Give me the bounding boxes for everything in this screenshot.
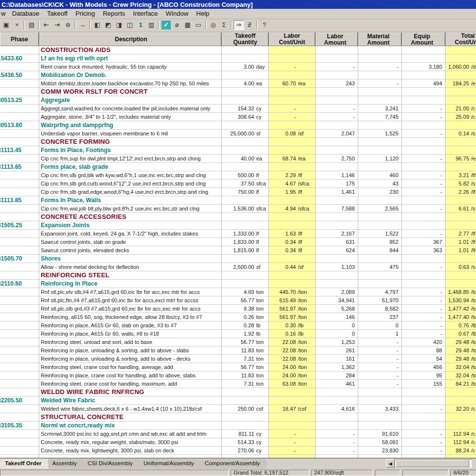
phase-cell[interactable] — [0, 205, 39, 213]
phase-cell[interactable] — [0, 355, 39, 363]
equip-amount-cell[interactable] — [402, 221, 446, 230]
labor-cost-unit-cell[interactable]: 24.00/ton — [269, 363, 316, 371]
phase-cell[interactable] — [0, 438, 39, 447]
total-cost-unit-cell[interactable]: 0.14/s — [446, 130, 476, 138]
material-amount-cell[interactable]: - — [358, 371, 402, 380]
takeoff-quantity-cell[interactable] — [222, 388, 269, 397]
material-amount-cell[interactable] — [358, 397, 402, 405]
phase-cell[interactable] — [0, 288, 39, 296]
takeoff-quantity-cell[interactable]: 2,500.00sf — [222, 263, 269, 271]
description-cell[interactable]: CONSTRUCTION AIDS — [39, 46, 222, 54]
phase-cell[interactable] — [0, 413, 39, 422]
labor-cost-unit-cell[interactable]: - — [269, 63, 316, 71]
labor-amount-cell[interactable] — [316, 271, 358, 280]
phase-cell[interactable] — [0, 271, 39, 280]
labor-cost-unit-cell[interactable]: - — [269, 438, 316, 447]
phase-cell[interactable] — [0, 113, 39, 121]
find-binoculars-icon[interactable]: ⊚ — [63, 20, 73, 30]
material-amount-cell[interactable]: - — [358, 63, 402, 71]
total-cost-unit-cell[interactable] — [446, 213, 476, 221]
material-amount-cell[interactable]: 844 — [358, 246, 402, 255]
labor-cost-unit-cell[interactable]: 18.47/csf — [269, 405, 316, 413]
phase-cell[interactable]: 31505.70 — [0, 255, 39, 263]
equip-amount-cell[interactable]: - — [402, 113, 446, 121]
description-cell[interactable]: Aggregt,sand,washed,for concrete,loaded … — [39, 105, 222, 113]
insert-column-icon[interactable]: ◫ — [125, 20, 135, 30]
takeoff-quantity-cell[interactable] — [222, 121, 269, 130]
takeoff-quantity-cell[interactable]: 40.00ea — [222, 155, 269, 163]
total-cost-unit-cell[interactable]: 5.82/s — [446, 180, 476, 188]
material-amount-cell[interactable]: 230 — [358, 188, 402, 196]
labor-cost-unit-cell[interactable]: 2.29/lf — [269, 171, 316, 180]
total-cost-unit-cell[interactable]: 0.76/lb — [446, 321, 476, 330]
description-cell[interactable]: Aggregate, stone, 3/4" to 1-1/2", includ… — [39, 113, 222, 121]
labor-cost-unit-cell[interactable]: - — [269, 113, 316, 121]
phase-cell[interactable] — [0, 46, 39, 54]
phase-cell[interactable]: 15436.50 — [0, 71, 39, 79]
description-cell[interactable]: Forms In Place, Walls — [39, 196, 222, 205]
labor-amount-cell[interactable]: 2,089 — [316, 288, 358, 296]
total-cost-unit-cell[interactable]: 1,530.94/to — [446, 296, 476, 305]
labor-cost-unit-cell[interactable]: 60.70/ea — [269, 79, 316, 88]
header-cell-description[interactable]: Description — [39, 32, 222, 46]
equip-amount-cell[interactable] — [402, 121, 446, 130]
labor-amount-cell[interactable] — [316, 388, 358, 397]
takeoff-quantity-cell[interactable]: 308.64cy — [222, 113, 269, 121]
labor-amount-cell[interactable]: 1,146 — [316, 171, 358, 180]
labor-amount-cell[interactable]: 0 — [316, 330, 358, 338]
total-cost-unit-cell[interactable]: 2.26/lf — [446, 188, 476, 196]
total-cost-unit-cell[interactable] — [446, 96, 476, 105]
copy-format-icon[interactable]: ▥ — [146, 20, 157, 30]
equip-amount-cell[interactable]: - — [402, 296, 446, 305]
description-cell[interactable]: Welded wire fabric,sheets,deck,6 x 6 - w… — [39, 405, 222, 413]
insert-cell-left-icon[interactable]: ◧ — [92, 20, 103, 30]
equip-amount-cell[interactable]: 456 — [402, 363, 446, 371]
material-amount-cell[interactable] — [358, 146, 402, 155]
labor-cost-unit-cell[interactable]: 4.94/sfca — [269, 205, 316, 213]
description-cell[interactable]: Lf an hs eqp rtl wth oprt — [39, 54, 222, 63]
labor-amount-cell[interactable]: 5,268 — [316, 305, 358, 313]
labor-cost-unit-cell[interactable] — [269, 46, 316, 54]
equip-amount-cell[interactable] — [402, 388, 446, 397]
takeoff-quantity-cell[interactable] — [222, 413, 269, 422]
total-cost-unit-cell[interactable]: 84.21/to — [446, 380, 476, 388]
labor-amount-cell[interactable]: 284 — [316, 371, 358, 380]
total-cost-unit-cell[interactable]: 3.21/lf — [446, 171, 476, 180]
equip-amount-cell[interactable]: - — [402, 321, 446, 330]
description-cell[interactable]: Reinforcing, a615 60, sog, thickened edg… — [39, 313, 222, 321]
takeoff-quantity-cell[interactable]: 250.00csf — [222, 405, 269, 413]
takeoff-quantity-cell[interactable]: 1,833.00lf — [222, 238, 269, 246]
menu-item-window[interactable]: Window — [162, 9, 192, 19]
total-cost-unit-cell[interactable] — [446, 163, 476, 171]
total-cost-unit-cell[interactable]: 1.01/lf — [446, 238, 476, 246]
description-cell[interactable]: CONCRETE FORMING — [39, 138, 222, 146]
outdent-icon[interactable]: ⇤ — [41, 20, 52, 30]
description-cell[interactable]: Cip cnc frm,slb grad,edge,wood,6"hg,4 us… — [39, 188, 222, 196]
menu-item-reports[interactable]: Reports — [99, 9, 129, 19]
description-cell[interactable]: Expansion Joints — [39, 221, 222, 230]
total-cost-unit-cell[interactable] — [446, 413, 476, 422]
total-cost-unit-cell[interactable] — [446, 397, 476, 405]
labor-amount-cell[interactable] — [316, 397, 358, 405]
material-amount-cell[interactable]: 4,797 — [358, 288, 402, 296]
labor-cost-unit-cell[interactable] — [269, 213, 316, 221]
total-cost-unit-cell[interactable]: 1,468.85/to — [446, 288, 476, 296]
total-cost-unit-cell[interactable] — [446, 271, 476, 280]
labor-amount-cell[interactable]: 1,362 — [316, 363, 358, 371]
takeoff-quantity-cell[interactable] — [222, 213, 269, 221]
takeoff-quantity-cell[interactable] — [222, 96, 269, 105]
takeoff-quantity-cell[interactable]: 500.00lf — [222, 171, 269, 180]
takeoff-quantity-cell[interactable]: 3.00day — [222, 63, 269, 71]
phase-cell[interactable] — [0, 63, 39, 71]
equip-amount-cell[interactable] — [402, 213, 446, 221]
equip-amount-cell[interactable] — [402, 96, 446, 105]
labor-amount-cell[interactable] — [316, 280, 358, 288]
material-amount-cell[interactable]: 23,830 — [358, 447, 402, 455]
equip-amount-cell[interactable]: - — [402, 180, 446, 188]
header-cell-material[interactable]: MaterialAmount — [358, 32, 402, 46]
phase-cell[interactable] — [0, 138, 39, 146]
total-cost-unit-cell[interactable]: 1,060.00/d — [446, 63, 476, 71]
description-cell[interactable]: Forms In Place, Footings — [39, 146, 222, 155]
sort-icon[interactable]: Ƶ — [244, 20, 255, 30]
equip-amount-cell[interactable]: - — [402, 313, 446, 321]
